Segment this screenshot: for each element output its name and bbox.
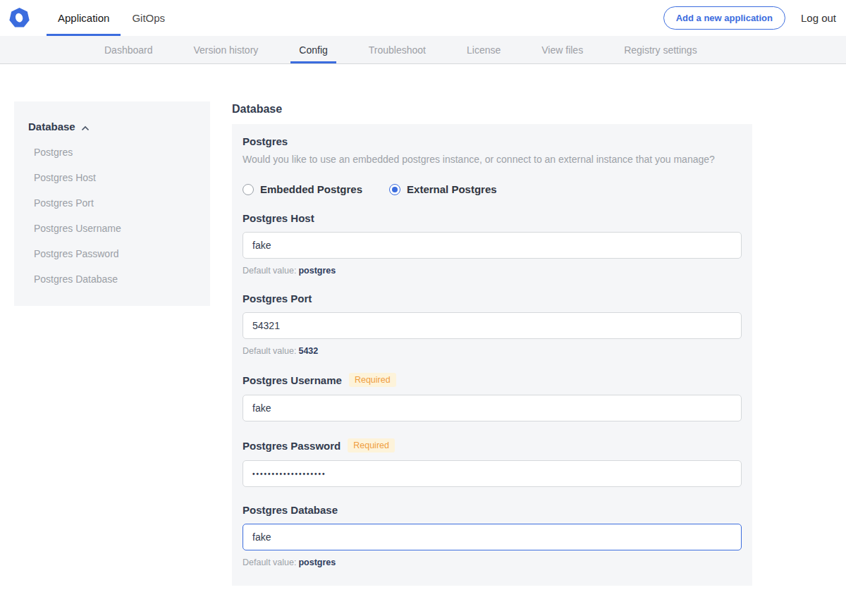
- field-label: Postgres Password: [243, 440, 341, 452]
- postgres-host-input[interactable]: [243, 232, 742, 259]
- default-value-note: Default value:postgres: [243, 558, 742, 567]
- sidebar-group-database[interactable]: Database: [28, 120, 196, 133]
- config-sidebar: Database Postgres Postgres Host Postgres…: [14, 101, 210, 306]
- header-tabs: Application GitOps: [47, 0, 176, 36]
- tab-config[interactable]: Config: [290, 36, 336, 63]
- postgres-database-input[interactable]: [243, 524, 742, 550]
- field-postgres-host: Postgres Host Required Default value:pos…: [243, 212, 742, 276]
- config-group-card: Postgres Would you like to use an embedd…: [232, 124, 752, 586]
- default-value-text: 5432: [298, 346, 318, 356]
- postgres-mode-radios: Embedded Postgres External Postgres: [243, 183, 742, 195]
- app-subnav: Dashboard Version history Config Trouble…: [0, 36, 846, 64]
- default-value-label: Default value:: [243, 558, 296, 567]
- tab-registry-settings[interactable]: Registry settings: [615, 36, 705, 63]
- sidebar-item-postgres-database[interactable]: Postgres Database: [28, 266, 196, 292]
- add-new-application-button[interactable]: Add a new application: [663, 6, 785, 30]
- group-label: Postgres: [243, 135, 742, 147]
- logout-button[interactable]: Log out: [801, 12, 836, 24]
- field-label: Postgres Database: [243, 504, 338, 516]
- tab-version-history[interactable]: Version history: [185, 36, 267, 63]
- required-badge: Required: [349, 373, 396, 387]
- content-layout: Database Postgres Postgres Host Postgres…: [0, 101, 846, 616]
- default-value-label: Default value:: [243, 266, 296, 276]
- default-value-text: postgres: [298, 558, 336, 567]
- tab-troubleshoot[interactable]: Troubleshoot: [360, 36, 434, 63]
- postgres-port-input[interactable]: [243, 312, 742, 339]
- sidebar-item-postgres-port[interactable]: Postgres Port: [28, 190, 196, 216]
- top-header: Application GitOps Add a new application…: [0, 0, 846, 36]
- app-logo-icon: [8, 7, 30, 29]
- sidebar-item-postgres-password[interactable]: Postgres Password: [28, 241, 196, 266]
- default-value-note: Default value:5432: [243, 346, 742, 356]
- header-actions: Add a new application Log out: [663, 6, 846, 30]
- group-help-text: Would you like to use an embedded postgr…: [243, 153, 742, 166]
- radio-external-postgres[interactable]: External Postgres: [389, 183, 497, 195]
- field-postgres-port: Postgres Port Required Default value:543…: [243, 292, 742, 356]
- radio-embedded-postgres[interactable]: Embedded Postgres: [243, 183, 362, 195]
- sidebar-item-postgres[interactable]: Postgres: [28, 140, 196, 165]
- default-value-text: postgres: [298, 266, 336, 276]
- tab-dashboard[interactable]: Dashboard: [96, 36, 161, 63]
- postgres-password-input[interactable]: [243, 460, 742, 487]
- field-label: Postgres Username: [243, 374, 342, 386]
- radio-label: External Postgres: [407, 183, 497, 195]
- required-badge: Required: [348, 438, 395, 452]
- field-postgres-password: Postgres Password Required: [243, 438, 742, 487]
- field-label: Postgres Port: [243, 292, 312, 304]
- chevron-up-icon: [81, 121, 90, 133]
- sidebar-item-postgres-host[interactable]: Postgres Host: [28, 165, 196, 190]
- tab-gitops[interactable]: GitOps: [121, 0, 176, 36]
- sidebar-item-postgres-username[interactable]: Postgres Username: [28, 216, 196, 241]
- field-label: Postgres Host: [243, 212, 314, 224]
- tab-license[interactable]: License: [458, 36, 509, 63]
- field-postgres-database: Postgres Database Required Default value…: [243, 504, 742, 567]
- field-postgres-username: Postgres Username Required: [243, 373, 742, 421]
- config-main: Database Postgres Would you like to use …: [232, 101, 752, 616]
- radio-label: Embedded Postgres: [260, 183, 362, 195]
- subnav-tabs: Dashboard Version history Config Trouble…: [96, 36, 706, 63]
- page-title: Database: [232, 103, 752, 116]
- sidebar-group-label: Database: [28, 121, 75, 133]
- app-logo[interactable]: [0, 7, 38, 29]
- tab-view-files[interactable]: View files: [533, 36, 591, 63]
- default-value-label: Default value:: [243, 346, 296, 356]
- default-value-note: Default value:postgres: [243, 266, 742, 276]
- tab-application[interactable]: Application: [47, 0, 121, 36]
- radio-circle-checked[interactable]: [389, 184, 400, 195]
- postgres-username-input[interactable]: [243, 395, 742, 421]
- radio-circle-unchecked[interactable]: [243, 184, 254, 195]
